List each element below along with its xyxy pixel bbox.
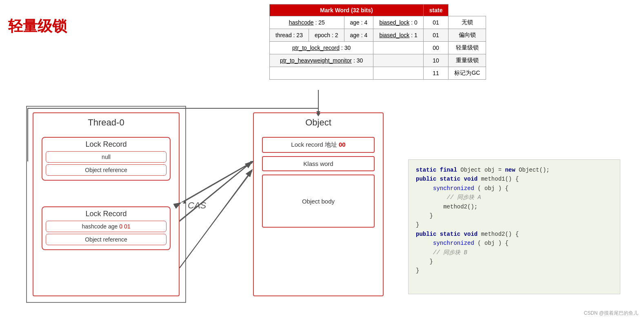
- table-cell: 01: [423, 29, 449, 42]
- obj-lock-record-addr: Lock record 地址 00: [262, 137, 375, 153]
- code-line-7: }: [416, 220, 613, 229]
- table-cell: 偏向锁: [449, 29, 486, 42]
- watermark: CSDN @摸着尾巴的鱼儿: [584, 310, 638, 317]
- lock-record-1-title: Lock Record: [46, 140, 167, 149]
- lock-record-group1: Lock Record null Object reference: [37, 134, 175, 184]
- table-cell: age : 4: [344, 16, 373, 29]
- table-row: ptr_to_heavyweight_monitor : 30 10 重量级锁: [270, 54, 486, 67]
- lr-null: null: [46, 151, 167, 163]
- table-cell: biased_lock : 1: [373, 29, 423, 42]
- lock-record-2: Lock Record hashcode age 0 01 Object ref…: [42, 206, 171, 250]
- table-cell: [373, 54, 423, 67]
- table-row: ptr_to_lock_record : 30 00 轻量级锁: [270, 42, 486, 54]
- table-cell: thread : 23: [270, 29, 309, 42]
- table-cell: 无锁: [449, 16, 486, 29]
- table-cell: biased_lock : 0: [373, 16, 423, 29]
- thread-box: Thread-0 Lock Record null Object referen…: [33, 112, 180, 296]
- table-cell: 重量级锁: [449, 54, 486, 67]
- lr-object-ref-1: Object reference: [46, 164, 167, 176]
- lr-object-ref-2: Object reference: [46, 234, 167, 245]
- code-line-9: synchronized ( obj ) {: [416, 239, 613, 248]
- table-cell: [373, 67, 423, 80]
- table-cell: 10: [423, 54, 449, 67]
- thread-label: Thread-0: [88, 117, 124, 128]
- table-cell: epoch : 2: [309, 29, 344, 42]
- table-row: thread : 23 epoch : 2 age : 4 biased_loc…: [270, 29, 486, 42]
- svg-line-4: [180, 170, 252, 268]
- cas-label: CAS: [188, 200, 206, 211]
- code-line-5: method2();: [416, 202, 613, 211]
- svg-line-5: [182, 161, 253, 202]
- table-cell: ptr_to_lock_record : 30: [270, 42, 373, 54]
- svg-line-3: [180, 161, 252, 221]
- table-cell: 11: [423, 67, 449, 80]
- table-cell: ptr_to_heavyweight_monitor : 30: [270, 54, 373, 67]
- lock-record-2-title: Lock Record: [46, 210, 167, 218]
- code-line-11: }: [416, 257, 613, 266]
- table-cell: [373, 42, 423, 54]
- lock-record-1: Lock Record null Object reference: [42, 137, 171, 181]
- table-row: 11 标记为GC: [270, 67, 486, 80]
- table-header-markword: Mark Word (32 bits): [270, 4, 424, 16]
- table-cell: hashcode : 25: [270, 16, 344, 29]
- table-cell: 标记为GC: [449, 67, 486, 80]
- table-cell: 01: [423, 16, 449, 29]
- code-line-2: public static void method1() {: [416, 175, 613, 183]
- code-line-4: // 同步块 A: [416, 193, 613, 202]
- svg-line-12: [180, 162, 252, 222]
- table-header-state: state: [423, 4, 449, 16]
- code-line-3: synchronized ( obj ) {: [416, 184, 613, 193]
- object-box: Object Lock record 地址 00 Klass word Obje…: [253, 112, 384, 296]
- svg-line-15: [184, 162, 253, 202]
- table-cell: 轻量级锁: [449, 42, 486, 54]
- page-title: 轻量级锁: [8, 16, 67, 36]
- markword-table: Mark Word (32 bits) state hashcode : 25 …: [269, 4, 486, 80]
- table-cell: age : 4: [344, 29, 373, 42]
- table-cell: 00: [423, 42, 449, 54]
- lock-record-group2: Lock Record hashcode age 0 01 Object ref…: [37, 203, 175, 253]
- code-line-8: public static void method2() {: [416, 230, 613, 239]
- code-line-6: }: [416, 211, 613, 220]
- obj-body: Object body: [262, 175, 375, 228]
- obj-klass-word: Klass word: [262, 156, 375, 171]
- svg-marker-16: [183, 200, 186, 204]
- code-line-12: }: [416, 266, 613, 275]
- svg-line-14: [180, 171, 252, 268]
- lr-hashcode: hashcode age 0 01: [46, 221, 167, 232]
- table-row: hashcode : 25 age : 4 biased_lock : 0 01…: [270, 16, 486, 29]
- object-label: Object: [305, 117, 331, 128]
- code-box: static final Object obj = new Object(); …: [408, 159, 620, 294]
- table-cell: [270, 67, 373, 80]
- code-line-1: static final Object obj = new Object();: [416, 166, 613, 175]
- code-line-10: // 同步块 B: [416, 248, 613, 257]
